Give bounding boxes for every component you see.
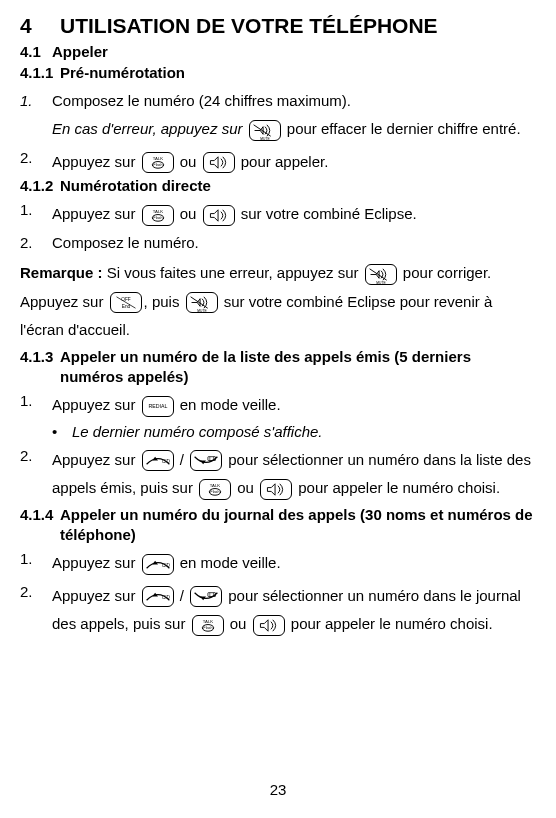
text: Appuyez sur <box>52 554 135 571</box>
text: Si vous faites une erreur, appuyez sur <box>107 264 359 281</box>
list-num: 2. <box>20 446 52 503</box>
talk-key-icon <box>142 205 174 226</box>
heading-4-1-4: 4.1.4 Appeler un numéro du journal des a… <box>20 505 536 546</box>
text: Appuyez sur <box>52 205 135 222</box>
list-num: 1. <box>20 391 52 420</box>
text: ou <box>237 479 254 496</box>
remark-paragraph: Remarque : Si vous faites une erreur, ap… <box>20 259 536 345</box>
speaker-key-icon <box>203 152 235 173</box>
list-num: 2. <box>20 148 52 177</box>
heading-4-1-title: Appeler <box>52 42 108 62</box>
heading-4-title: UTILISATION DE VOTRE TÉLÉPHONE <box>60 12 438 40</box>
h-411-num: 4.1.1 <box>20 63 60 83</box>
text: ou <box>230 615 247 632</box>
text: Composez le numéro (24 chiffres maximum)… <box>52 91 536 111</box>
text: Le dernier numéro composé s'affiche. <box>72 422 323 442</box>
text: Appuyez sur <box>52 587 135 604</box>
h-412-title: Numérotation directe <box>60 176 211 196</box>
h-413-num: 4.1.3 <box>20 347 60 367</box>
text: pour appeler le numéro choisi. <box>298 479 500 496</box>
speaker-key-icon <box>203 205 235 226</box>
bullet: • <box>52 422 72 442</box>
up-cid-key-icon <box>142 450 174 471</box>
page-number: 23 <box>0 780 556 800</box>
text: pour appeler le numéro choisi. <box>291 615 493 632</box>
text: ou <box>180 153 197 170</box>
h-414-title: Appeler un numéro du journal des appels … <box>60 505 536 546</box>
text: En cas d'erreur, appuyez sur <box>52 120 242 137</box>
text: pour effacer le dernier chiffre entré. <box>287 120 521 137</box>
text: en mode veille. <box>180 396 281 413</box>
mute-key-icon <box>186 292 218 313</box>
text: Appuyez sur <box>52 451 135 468</box>
heading-4: 4 UTILISATION DE VOTRE TÉLÉPHONE <box>20 12 536 42</box>
text: en mode veille. <box>180 554 281 571</box>
text: , puis <box>144 293 180 310</box>
text: Appuyez sur <box>52 396 135 413</box>
text: Composez le numéro. <box>52 233 536 253</box>
text: sur votre combiné Eclipse. <box>241 205 417 222</box>
heading-4-num: 4 <box>20 12 60 40</box>
list-num: 1. <box>20 200 52 229</box>
remark-label: Remarque : <box>20 264 103 281</box>
heading-4-1-3: 4.1.3 Appeler un numéro de la liste des … <box>20 347 536 388</box>
redial-key-icon <box>142 396 174 417</box>
speaker-key-icon <box>260 479 292 500</box>
speaker-key-icon <box>253 615 285 636</box>
h-414-num: 4.1.4 <box>20 505 60 525</box>
up-cid-key-icon <box>142 586 174 607</box>
heading-4-1-2: 4.1.2 Numérotation directe <box>20 176 536 196</box>
talk-key-icon <box>199 479 231 500</box>
text: ou <box>180 205 197 222</box>
text: pour appeler. <box>241 153 329 170</box>
heading-4-1: 4.1 Appeler <box>20 42 536 62</box>
list-num: 2. <box>20 582 52 639</box>
talk-key-icon <box>192 615 224 636</box>
mute-key-icon <box>365 264 397 285</box>
mute-key-icon <box>249 120 281 141</box>
list-num: 1. <box>20 549 52 578</box>
up-cid-key-icon <box>142 554 174 575</box>
heading-4-1-num: 4.1 <box>20 42 52 62</box>
off-key-icon <box>110 292 142 313</box>
down-key-icon <box>190 586 222 607</box>
text: / <box>180 587 184 604</box>
down-key-icon <box>190 450 222 471</box>
text: Appuyez sur <box>52 153 135 170</box>
h-413-title: Appeler un numéro de la liste des appels… <box>60 347 536 388</box>
text: / <box>180 451 184 468</box>
talk-key-icon <box>142 152 174 173</box>
h-412-num: 4.1.2 <box>20 176 60 196</box>
list-num: 2. <box>20 233 52 253</box>
h-411-title: Pré-numérotation <box>60 63 185 83</box>
list-num: 1. <box>20 91 52 144</box>
heading-4-1-1: 4.1.1 Pré-numérotation <box>20 63 536 83</box>
